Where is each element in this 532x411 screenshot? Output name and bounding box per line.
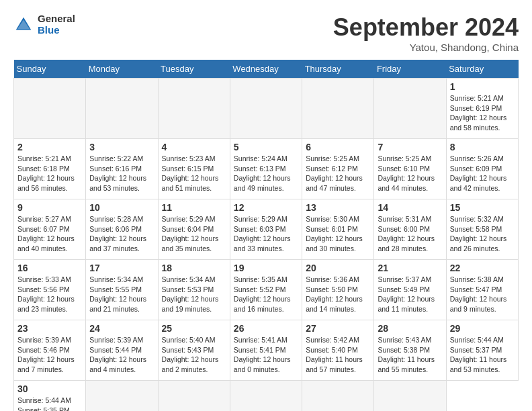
col-saturday: Saturday [446, 60, 518, 79]
table-row: 8Sunrise: 5:26 AM Sunset: 6:09 PM Daylig… [446, 139, 518, 199]
day-info: Sunrise: 5:33 AM Sunset: 5:56 PM Dayligh… [17, 275, 82, 314]
page-header: General Blue September 2024 Yatou, Shand… [13, 13, 519, 53]
day-number: 13 [306, 202, 370, 213]
day-number: 23 [17, 323, 82, 334]
day-info: Sunrise: 5:37 AM Sunset: 5:49 PM Dayligh… [378, 275, 442, 314]
logo-blue-text: Blue [38, 25, 75, 36]
day-info: Sunrise: 5:44 AM Sunset: 5:35 PM Dayligh… [17, 396, 82, 411]
table-row: 5Sunrise: 5:24 AM Sunset: 6:13 PM Daylig… [230, 139, 302, 199]
table-row [374, 79, 446, 139]
day-info: Sunrise: 5:38 AM Sunset: 5:47 PM Dayligh… [450, 275, 515, 314]
table-row: 1Sunrise: 5:21 AM Sunset: 6:19 PM Daylig… [446, 79, 518, 139]
day-number: 26 [234, 323, 298, 334]
table-row: 10Sunrise: 5:28 AM Sunset: 6:06 PM Dayli… [86, 199, 158, 260]
col-wednesday: Wednesday [230, 60, 302, 79]
day-number: 20 [306, 263, 370, 273]
day-number: 11 [162, 202, 226, 213]
logo: General Blue [13, 13, 75, 36]
day-number: 22 [450, 263, 515, 273]
table-row: 20Sunrise: 5:36 AM Sunset: 5:50 PM Dayli… [302, 260, 374, 320]
day-info: Sunrise: 5:39 AM Sunset: 5:46 PM Dayligh… [17, 335, 82, 375]
col-friday: Friday [374, 60, 446, 79]
day-info: Sunrise: 5:36 AM Sunset: 5:50 PM Dayligh… [306, 275, 370, 314]
table-row: 18Sunrise: 5:34 AM Sunset: 5:53 PM Dayli… [158, 260, 230, 320]
table-row: 11Sunrise: 5:29 AM Sunset: 6:04 PM Dayli… [158, 199, 230, 260]
table-row: 21Sunrise: 5:37 AM Sunset: 5:49 PM Dayli… [374, 260, 446, 320]
table-row [230, 79, 302, 139]
day-number: 29 [450, 323, 515, 334]
day-info: Sunrise: 5:34 AM Sunset: 5:53 PM Dayligh… [162, 275, 226, 314]
day-info: Sunrise: 5:21 AM Sunset: 6:18 PM Dayligh… [17, 154, 82, 193]
table-row: 12Sunrise: 5:29 AM Sunset: 6:03 PM Dayli… [230, 199, 302, 260]
day-number: 9 [17, 202, 82, 213]
day-info: Sunrise: 5:42 AM Sunset: 5:40 PM Dayligh… [306, 335, 370, 375]
calendar-row: 16Sunrise: 5:33 AM Sunset: 5:56 PM Dayli… [14, 260, 519, 320]
day-number: 8 [450, 142, 515, 152]
table-row: 7Sunrise: 5:25 AM Sunset: 6:10 PM Daylig… [374, 139, 446, 199]
day-info: Sunrise: 5:30 AM Sunset: 6:01 PM Dayligh… [306, 214, 370, 254]
day-number: 7 [378, 142, 442, 152]
location-subtitle: Yatou, Shandong, China [333, 42, 519, 53]
calendar-row: 1Sunrise: 5:21 AM Sunset: 6:19 PM Daylig… [14, 79, 519, 139]
day-number: 16 [17, 263, 82, 273]
col-monday: Monday [86, 60, 158, 79]
day-number: 3 [89, 142, 154, 152]
day-info: Sunrise: 5:24 AM Sunset: 6:13 PM Dayligh… [234, 154, 298, 193]
day-number: 15 [450, 202, 515, 213]
day-info: Sunrise: 5:26 AM Sunset: 6:09 PM Dayligh… [450, 154, 515, 193]
table-row: 13Sunrise: 5:30 AM Sunset: 6:01 PM Dayli… [302, 199, 374, 260]
col-sunday: Sunday [14, 60, 86, 79]
table-row: 23Sunrise: 5:39 AM Sunset: 5:46 PM Dayli… [14, 320, 86, 381]
table-row: 25Sunrise: 5:40 AM Sunset: 5:43 PM Dayli… [158, 320, 230, 381]
calendar-row: 2Sunrise: 5:21 AM Sunset: 6:18 PM Daylig… [14, 139, 519, 199]
table-row: 14Sunrise: 5:31 AM Sunset: 6:00 PM Dayli… [374, 199, 446, 260]
table-row [158, 79, 230, 139]
day-info: Sunrise: 5:39 AM Sunset: 5:44 PM Dayligh… [89, 335, 154, 375]
day-info: Sunrise: 5:44 AM Sunset: 5:37 PM Dayligh… [450, 335, 515, 375]
col-tuesday: Tuesday [158, 60, 230, 79]
day-info: Sunrise: 5:29 AM Sunset: 6:04 PM Dayligh… [162, 214, 226, 254]
day-info: Sunrise: 5:22 AM Sunset: 6:16 PM Dayligh… [89, 154, 154, 193]
day-info: Sunrise: 5:32 AM Sunset: 5:58 PM Dayligh… [450, 214, 515, 254]
table-row: 17Sunrise: 5:34 AM Sunset: 5:55 PM Dayli… [86, 260, 158, 320]
day-info: Sunrise: 5:25 AM Sunset: 6:12 PM Dayligh… [306, 154, 370, 193]
day-number: 27 [306, 323, 370, 334]
table-row [374, 381, 446, 412]
day-info: Sunrise: 5:27 AM Sunset: 6:07 PM Dayligh… [17, 214, 82, 254]
day-info: Sunrise: 5:23 AM Sunset: 6:15 PM Dayligh… [162, 154, 226, 193]
table-row: 15Sunrise: 5:32 AM Sunset: 5:58 PM Dayli… [446, 199, 518, 260]
table-row: 16Sunrise: 5:33 AM Sunset: 5:56 PM Dayli… [14, 260, 86, 320]
table-row: 4Sunrise: 5:23 AM Sunset: 6:15 PM Daylig… [158, 139, 230, 199]
day-number: 2 [17, 142, 82, 152]
table-row [86, 79, 158, 139]
table-row: 2Sunrise: 5:21 AM Sunset: 6:18 PM Daylig… [14, 139, 86, 199]
col-thursday: Thursday [302, 60, 374, 79]
table-row [158, 381, 230, 412]
day-number: 4 [162, 142, 226, 152]
day-info: Sunrise: 5:31 AM Sunset: 6:00 PM Dayligh… [378, 214, 442, 254]
table-row: 6Sunrise: 5:25 AM Sunset: 6:12 PM Daylig… [302, 139, 374, 199]
day-number: 1 [450, 81, 515, 92]
day-info: Sunrise: 5:28 AM Sunset: 6:06 PM Dayligh… [89, 214, 154, 254]
table-row [302, 381, 374, 412]
day-info: Sunrise: 5:43 AM Sunset: 5:38 PM Dayligh… [378, 335, 442, 375]
day-number: 18 [162, 263, 226, 273]
calendar-row: 30Sunrise: 5:44 AM Sunset: 5:35 PM Dayli… [14, 381, 519, 412]
day-number: 12 [234, 202, 298, 213]
calendar-table: Sunday Monday Tuesday Wednesday Thursday… [13, 60, 519, 411]
day-number: 5 [234, 142, 298, 152]
day-number: 28 [378, 323, 442, 334]
month-title: September 2024 [333, 13, 519, 42]
day-number: 24 [89, 323, 154, 334]
day-info: Sunrise: 5:29 AM Sunset: 6:03 PM Dayligh… [234, 214, 298, 254]
table-row [230, 381, 302, 412]
table-row: 24Sunrise: 5:39 AM Sunset: 5:44 PM Dayli… [86, 320, 158, 381]
table-row [302, 79, 374, 139]
day-info: Sunrise: 5:21 AM Sunset: 6:19 PM Dayligh… [450, 93, 515, 133]
day-number: 17 [89, 263, 154, 273]
day-number: 6 [306, 142, 370, 152]
day-number: 10 [89, 202, 154, 213]
logo-general-text: General [38, 13, 75, 25]
title-block: September 2024 Yatou, Shandong, China [333, 13, 519, 53]
table-row [14, 79, 86, 139]
